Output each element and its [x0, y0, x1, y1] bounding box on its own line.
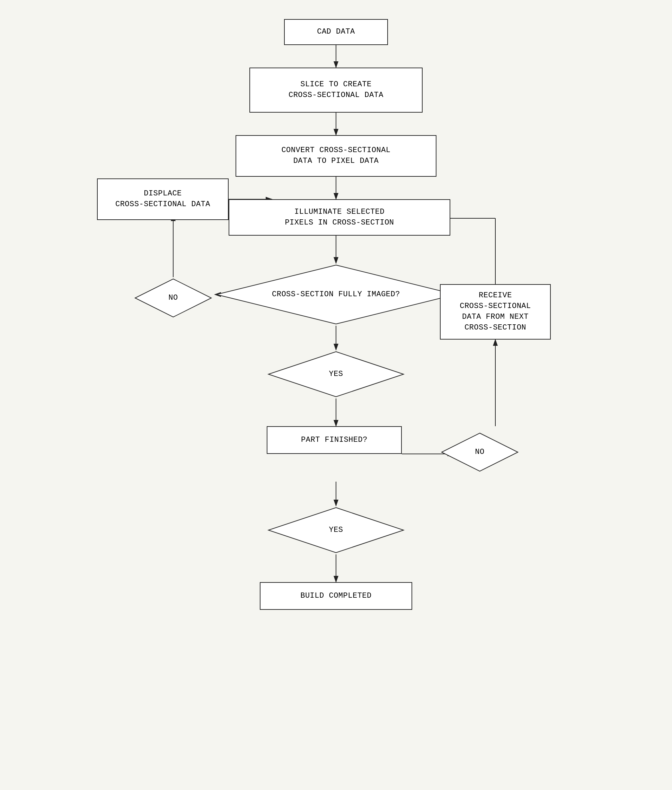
no-diamond-1: NO	[133, 277, 213, 319]
build-completed-box: BUILD COMPLETED	[260, 582, 412, 610]
cad-data-box: CAD DATA	[284, 19, 388, 45]
yes-diamond-2: YES	[267, 506, 405, 554]
convert-box: CONVERT CROSS-SECTIONAL DATA TO PIXEL DA…	[235, 135, 437, 177]
yes-diamond-1: YES	[267, 350, 405, 399]
flowchart: CAD DATA SLICE TO CREATE CROSS-SECTIONAL…	[0, 0, 672, 790]
cross-section-imaged-diamond: CROSS-SECTION FULLY IMAGED?	[215, 263, 457, 326]
displace-box: DISPLACE CROSS-SECTIONAL DATA	[97, 178, 229, 220]
part-finished-box: PART FINISHED?	[267, 426, 402, 454]
illuminate-box: ILLUMINATE SELECTED PIXELS IN CROSS-SECT…	[229, 199, 450, 236]
no-diamond-2: NO	[440, 431, 520, 473]
slice-box: SLICE TO CREATE CROSS-SECTIONAL DATA	[250, 67, 422, 112]
